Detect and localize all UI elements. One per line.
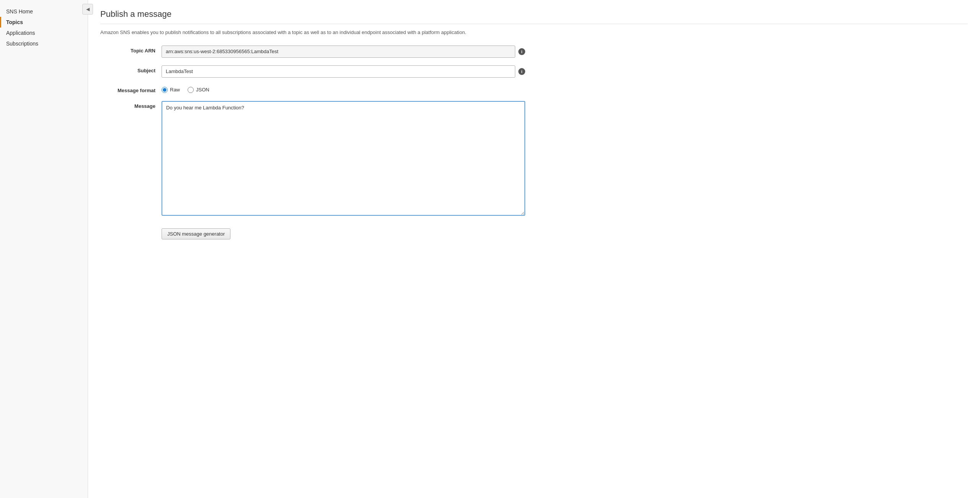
message-format-row: Message format Raw JSON [100,85,968,93]
message-textarea[interactable]: Do you hear me Lambda Function? [162,101,525,216]
topic-arn-info-icon[interactable]: i [518,48,525,55]
subject-info-icon[interactable]: i [518,68,525,75]
radio-raw-input[interactable] [162,87,168,93]
message-format-radio-group: Raw JSON [162,85,209,93]
topic-arn-field-wrapper: i [162,46,525,58]
radio-json-label: JSON [196,87,209,93]
sidebar-item-topics[interactable]: Topics [0,17,88,28]
topic-arn-label: Topic ARN [100,46,162,54]
radio-raw-option[interactable]: Raw [162,87,180,93]
subject-field-wrapper: i [162,65,525,78]
json-message-generator-button[interactable]: JSON message generator [162,228,230,239]
message-row: Message Do you hear me Lambda Function? [100,101,968,217]
page-description: Amazon SNS enables you to publish notifi… [100,29,483,36]
radio-json-input[interactable] [188,87,194,93]
json-generator-row: JSON message generator [100,225,968,239]
sidebar-toggle[interactable]: ◀ [82,4,93,15]
main-content: Publish a message Amazon SNS enables you… [88,0,980,498]
subject-row: Subject i [100,65,968,78]
sidebar-item-subscriptions[interactable]: Subscriptions [0,38,88,49]
sidebar: ◀ SNS Home Topics Applications Subscript… [0,0,88,498]
topic-arn-row: Topic ARN i [100,46,968,58]
message-label: Message [100,101,162,109]
sidebar-item-sns-home[interactable]: SNS Home [0,6,88,17]
page-title: Publish a message [100,9,968,24]
message-format-label: Message format [100,85,162,93]
message-format-field-wrapper: Raw JSON [162,85,525,93]
subject-input[interactable] [162,65,515,78]
radio-raw-label: Raw [170,87,180,93]
subject-label: Subject [100,65,162,73]
topic-arn-input[interactable] [162,46,515,58]
radio-json-option[interactable]: JSON [188,87,209,93]
message-textarea-wrapper: Do you hear me Lambda Function? [162,101,525,217]
sidebar-item-applications[interactable]: Applications [0,28,88,38]
